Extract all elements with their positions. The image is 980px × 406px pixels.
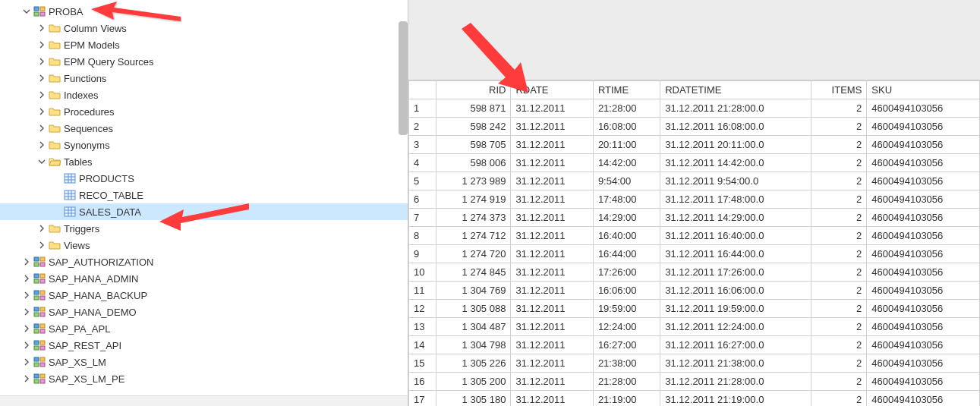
cell[interactable]: 31.12.2011 17:26:00.0 bbox=[660, 263, 811, 282]
cell[interactable]: 31.12.2011 14:29:00.0 bbox=[660, 209, 811, 227]
cell[interactable]: 31.12.2011 21:38:00.0 bbox=[660, 354, 811, 373]
cell[interactable]: 4600494103056 bbox=[867, 209, 980, 227]
schema-sap_pa_apl[interactable]: SAP_PA_APL bbox=[0, 320, 408, 337]
table-row[interactable]: 4598 00631.12.201114:42:0031.12.2011 14:… bbox=[409, 154, 980, 172]
folder-views[interactable]: Views bbox=[0, 237, 408, 253]
cell[interactable]: 2 bbox=[811, 227, 867, 245]
folder-synonyms[interactable]: Synonyms bbox=[0, 137, 408, 153]
cell[interactable]: 31.12.2011 17:48:00.0 bbox=[660, 190, 811, 209]
cell[interactable]: 4600494103056 bbox=[867, 245, 980, 263]
cell[interactable]: 598 705 bbox=[436, 136, 511, 154]
cell[interactable]: 1 305 226 bbox=[436, 354, 511, 373]
table-row[interactable]: 171 305 18031.12.201121:19:0031.12.2011 … bbox=[409, 391, 980, 407]
chevron-right-icon[interactable] bbox=[36, 240, 47, 250]
schema-sap_hana_backup[interactable]: SAP_HANA_BACKUP bbox=[0, 287, 408, 304]
cell[interactable]: 9:54:00 bbox=[593, 172, 660, 190]
cell[interactable]: 31.12.2011 bbox=[511, 300, 593, 318]
cell[interactable]: 31.12.2011 14:42:00.0 bbox=[660, 154, 811, 172]
cell[interactable]: 31.12.2011 bbox=[511, 99, 593, 118]
cell[interactable]: 1 274 373 bbox=[436, 209, 511, 227]
folder-epm-models[interactable]: EPM Models bbox=[0, 36, 408, 53]
schema-sap_hana_demo[interactable]: SAP_HANA_DEMO bbox=[0, 304, 408, 320]
cell[interactable]: 2 bbox=[811, 245, 867, 263]
cell[interactable]: 31.12.2011 12:24:00.0 bbox=[660, 318, 811, 336]
cell[interactable]: 2 bbox=[811, 354, 867, 373]
chevron-right-icon[interactable] bbox=[21, 273, 32, 284]
cell[interactable]: 1 304 487 bbox=[436, 318, 511, 336]
cell[interactable]: 4600494103056 bbox=[867, 172, 980, 190]
cell[interactable]: 4600494103056 bbox=[867, 190, 980, 209]
cell[interactable]: 31.12.2011 16:08:00.0 bbox=[660, 118, 811, 136]
cell[interactable]: 2 bbox=[811, 336, 867, 354]
column-header-sku[interactable]: SKU bbox=[867, 81, 980, 99]
cell[interactable]: 16:27:00 bbox=[593, 336, 660, 354]
table-row[interactable]: 81 274 71231.12.201116:40:0031.12.2011 1… bbox=[409, 227, 980, 245]
cell[interactable]: 4600494103056 bbox=[867, 136, 980, 154]
cell[interactable]: 19:59:00 bbox=[593, 300, 660, 318]
cell[interactable]: 31.12.2011 19:59:00.0 bbox=[660, 300, 811, 318]
cell[interactable]: 2 bbox=[811, 391, 867, 407]
chevron-right-icon[interactable] bbox=[36, 90, 47, 100]
horizontal-scrollbar[interactable] bbox=[0, 395, 408, 406]
cell[interactable]: 17:26:00 bbox=[593, 263, 660, 282]
cell[interactable]: 21:19:00 bbox=[593, 391, 660, 407]
folder-triggers[interactable]: Triggers bbox=[0, 220, 408, 237]
cell[interactable]: 31.12.2011 bbox=[511, 282, 593, 300]
folder-column-views[interactable]: Column Views bbox=[0, 20, 408, 36]
cell[interactable]: 2 bbox=[811, 263, 867, 282]
cell[interactable]: 4600494103056 bbox=[867, 263, 980, 282]
cell[interactable]: 31.12.2011 bbox=[511, 318, 593, 336]
cell[interactable]: 16:08:00 bbox=[593, 118, 660, 136]
cell[interactable]: 1 304 769 bbox=[436, 282, 511, 300]
cell[interactable]: 31.12.2011 bbox=[511, 154, 593, 172]
cell[interactable]: 1 305 200 bbox=[436, 373, 511, 391]
cell[interactable]: 1 273 989 bbox=[436, 172, 511, 190]
table-sales_data[interactable]: SALES_DATA bbox=[0, 203, 408, 220]
cell[interactable]: 2 bbox=[811, 99, 867, 118]
cell[interactable]: 4600494103056 bbox=[867, 300, 980, 318]
chevron-right-icon[interactable] bbox=[36, 123, 47, 134]
cell[interactable]: 4600494103056 bbox=[867, 154, 980, 172]
cell[interactable]: 20:11:00 bbox=[593, 136, 660, 154]
cell[interactable]: 1 274 720 bbox=[436, 245, 511, 263]
cell[interactable]: 2 bbox=[811, 318, 867, 336]
cell[interactable]: 31.12.2011 bbox=[511, 190, 593, 209]
chevron-right-icon[interactable] bbox=[21, 340, 32, 351]
cell[interactable]: 1 304 798 bbox=[436, 336, 511, 354]
cell[interactable]: 4600494103056 bbox=[867, 391, 980, 407]
cell[interactable]: 2 bbox=[811, 282, 867, 300]
scrollbar-thumb[interactable] bbox=[399, 21, 408, 135]
cell[interactable]: 16:44:00 bbox=[593, 245, 660, 263]
cell[interactable]: 31.12.2011 21:28:00.0 bbox=[660, 373, 811, 391]
schema-sap_authorization[interactable]: SAP_AUTHORIZATION bbox=[0, 253, 408, 270]
column-header-rdatetime[interactable]: RDATETIME bbox=[660, 81, 811, 99]
chevron-right-icon[interactable] bbox=[36, 39, 47, 50]
column-header-rid[interactable]: RID bbox=[436, 81, 511, 99]
chevron-right-icon[interactable] bbox=[21, 357, 32, 367]
cell[interactable]: 4600494103056 bbox=[867, 354, 980, 373]
cell[interactable]: 31.12.2011 bbox=[511, 354, 593, 373]
cell[interactable]: 4600494103056 bbox=[867, 118, 980, 136]
schema-sap_hana_admin[interactable]: SAP_HANA_ADMIN bbox=[0, 270, 408, 287]
cell[interactable]: 31.12.2011 bbox=[511, 118, 593, 136]
cell[interactable]: 2 bbox=[811, 172, 867, 190]
cell[interactable]: 1 274 919 bbox=[436, 190, 511, 209]
cell[interactable]: 16:06:00 bbox=[593, 282, 660, 300]
column-header-rdate[interactable]: RDATE bbox=[511, 81, 593, 99]
table-row[interactable]: 101 274 84531.12.201117:26:0031.12.2011 … bbox=[409, 263, 980, 282]
cell[interactable]: 1 305 180 bbox=[436, 391, 511, 407]
cell[interactable]: 17:48:00 bbox=[593, 190, 660, 209]
cell[interactable]: 2 bbox=[811, 373, 867, 391]
chevron-right-icon[interactable] bbox=[21, 290, 32, 301]
chevron-right-icon[interactable] bbox=[36, 23, 47, 33]
cell[interactable]: 31.12.2011 bbox=[511, 227, 593, 245]
cell[interactable]: 31.12.2011 20:11:00.0 bbox=[660, 136, 811, 154]
cell[interactable]: 31.12.2011 bbox=[511, 373, 593, 391]
cell[interactable]: 2 bbox=[811, 154, 867, 172]
schema-sap_xs_lm[interactable]: SAP_XS_LM bbox=[0, 354, 408, 370]
cell[interactable]: 31.12.2011 bbox=[511, 263, 593, 282]
table-row[interactable]: 161 305 20031.12.201121:28:0031.12.2011 … bbox=[409, 373, 980, 391]
chevron-right-icon[interactable] bbox=[21, 307, 32, 317]
cell[interactable]: 12:24:00 bbox=[593, 318, 660, 336]
column-header-items[interactable]: ITEMS bbox=[811, 81, 867, 99]
